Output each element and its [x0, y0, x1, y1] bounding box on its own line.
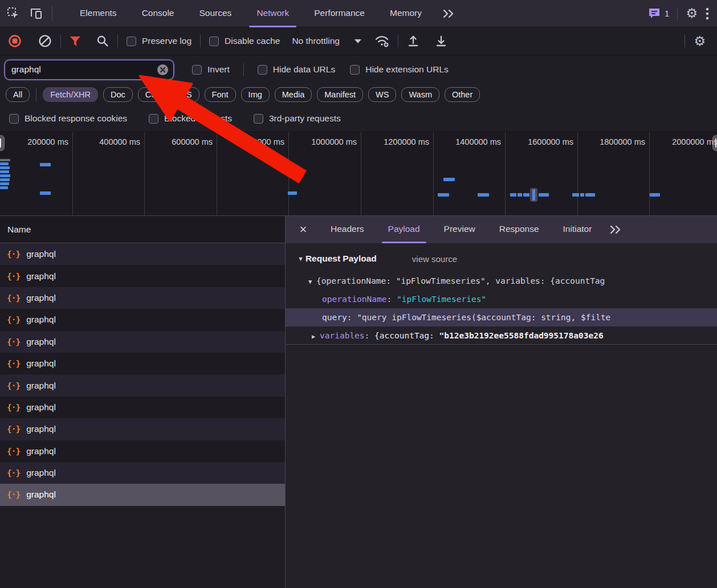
detail-tab-headers[interactable]: Headers [319, 216, 376, 243]
request-row[interactable]: {·}graphql [0, 397, 285, 418]
timeline-request-bar[interactable] [523, 193, 529, 197]
timeline-request-bar[interactable] [443, 178, 455, 181]
collapse-caret-icon[interactable]: ▼ [298, 255, 304, 262]
timeline-tick-label: 400000 ms [64, 137, 140, 146]
request-row[interactable]: {·}graphql [0, 331, 285, 353]
more-panels-chevron-icon[interactable] [442, 9, 455, 18]
third-party-requests-checkbox[interactable] [254, 114, 263, 124]
timeline-selected-request-marker[interactable] [530, 188, 537, 202]
tab-memory[interactable]: Memory [377, 0, 434, 27]
detail-tabs: HeadersPayloadPreviewResponseInitiator [319, 216, 604, 243]
device-toolbar-icon[interactable] [29, 7, 43, 20]
payload-query-row[interactable]: query: "query ipFlowTimeseries($accountT… [286, 308, 717, 326]
timeline-request-bar[interactable] [0, 162, 9, 165]
network-toolbar: Preserve log Disable cache No throttling… [0, 27, 717, 55]
filter-chip-img[interactable]: Img [241, 87, 270, 102]
timeline-request-bar[interactable] [40, 163, 51, 166]
timeline-request-bar[interactable] [0, 170, 9, 173]
hide-data-urls-checkbox[interactable] [258, 65, 267, 75]
preserve-log-checkbox[interactable] [127, 36, 136, 46]
timeline-request-bar[interactable] [0, 159, 10, 161]
detail-tab-payload[interactable]: Payload [376, 216, 432, 243]
timeline-request-bar[interactable] [0, 182, 9, 185]
expand-caret-icon[interactable]: ▶ [312, 327, 320, 345]
request-row[interactable]: {·}graphql [0, 418, 285, 440]
timeline-request-bar[interactable] [539, 193, 549, 197]
record-icon[interactable] [8, 34, 22, 48]
blocked-response-cookies-checkbox[interactable] [9, 114, 19, 124]
kebab-menu-icon[interactable] [706, 7, 709, 20]
tab-elements[interactable]: Elements [67, 0, 129, 27]
payload-variables-row[interactable]: ▶variables: {accountTag: "b12e3b2192ee55… [286, 326, 717, 345]
filter-chip-doc[interactable]: Doc [103, 87, 133, 102]
search-icon[interactable] [96, 35, 109, 47]
chat-bubble-icon[interactable] [647, 7, 661, 20]
timeline-request-bar[interactable] [438, 193, 449, 197]
filter-input-value: graphql [11, 64, 41, 75]
tab-performance[interactable]: Performance [302, 0, 377, 27]
export-har-icon[interactable] [435, 35, 447, 47]
filter-chip-manifest[interactable]: Manifest [317, 87, 363, 102]
request-row[interactable]: {·}graphql [0, 374, 285, 396]
timeline-request-bar[interactable] [40, 191, 51, 195]
filter-funnel-icon[interactable] [70, 36, 81, 47]
tab-sources[interactable]: Sources [187, 0, 245, 27]
name-column-header[interactable]: Name [0, 216, 285, 243]
timeline-request-bar[interactable] [650, 193, 660, 197]
invert-checkbox[interactable] [192, 65, 202, 75]
filter-chip-media[interactable]: Media [275, 87, 312, 102]
clear-network-log-icon[interactable] [38, 34, 52, 48]
timeline-request-bar[interactable] [518, 193, 522, 197]
timeline-request-bar[interactable] [478, 193, 489, 197]
filter-chip-wasm[interactable]: Wasm [401, 87, 439, 102]
timeline-request-bar[interactable] [580, 193, 584, 197]
timeline-request-bar[interactable] [510, 193, 516, 197]
tab-console[interactable]: Console [129, 0, 187, 27]
network-overview-timeline[interactable]: 200000 ms400000 ms600000 ms800000 ms1000… [0, 132, 717, 216]
request-row[interactable]: {·}graphql [0, 243, 285, 265]
more-detail-tabs-chevron-icon[interactable] [609, 225, 622, 234]
timeline-request-bar[interactable] [572, 193, 579, 197]
filter-chip-fetch-xhr[interactable]: Fetch/XHR [43, 87, 98, 102]
request-row[interactable]: {·}graphql [0, 265, 285, 287]
detail-tab-initiator[interactable]: Initiator [551, 216, 604, 243]
timeline-request-bar[interactable] [585, 193, 595, 197]
timeline-request-bar[interactable] [288, 191, 297, 195]
tab-network[interactable]: Network [244, 0, 302, 27]
filter-chip-font[interactable]: Font [205, 87, 236, 102]
request-row[interactable]: {·}graphql [0, 440, 285, 462]
timeline-request-bar[interactable] [0, 174, 10, 177]
request-row[interactable]: {·}graphql [0, 287, 285, 309]
filter-input[interactable]: graphql [5, 60, 174, 80]
request-row[interactable]: {·}graphql [0, 462, 285, 484]
disable-cache-checkbox[interactable] [209, 36, 219, 46]
request-row[interactable]: {·}graphql [0, 484, 285, 505]
request-row[interactable]: {·}graphql [0, 353, 285, 374]
network-settings-gear-icon[interactable]: ⚙ [694, 35, 706, 48]
filter-chip-js[interactable]: JS [175, 87, 199, 102]
filter-chip-css[interactable]: CSS [138, 87, 170, 102]
request-row[interactable]: {·}graphql [0, 309, 285, 330]
settings-gear-icon[interactable]: ⚙ [686, 7, 698, 20]
hide-extension-urls-checkbox[interactable] [350, 65, 360, 75]
filter-chip-other[interactable]: Other [445, 87, 480, 102]
import-har-icon[interactable] [407, 35, 419, 47]
throttling-select[interactable]: No throttling [292, 36, 361, 46]
timeline-request-bar[interactable] [0, 166, 10, 169]
filter-chip-all[interactable]: All [6, 87, 30, 102]
timeline-request-bar[interactable] [0, 186, 8, 189]
payload-object-preview[interactable]: ▼{operationName: "ipFlowTimeseries", var… [286, 272, 717, 290]
filter-chip-ws[interactable]: WS [368, 87, 396, 102]
payload-operation-name-row[interactable]: operationName: "ipFlowTimeseries" [286, 290, 717, 308]
expand-caret-icon[interactable]: ▼ [308, 272, 316, 290]
close-icon[interactable]: × [295, 223, 312, 236]
blocked-requests-checkbox[interactable] [149, 114, 158, 124]
timeline-request-bar[interactable] [0, 178, 10, 181]
network-conditions-icon[interactable] [374, 35, 389, 47]
inspect-element-icon[interactable] [7, 7, 20, 20]
detail-tab-response[interactable]: Response [487, 216, 551, 243]
toolbar-divider [60, 35, 61, 47]
clear-filter-icon[interactable] [157, 64, 169, 76]
view-source-link[interactable]: view source [412, 254, 457, 264]
detail-tab-preview[interactable]: Preview [432, 216, 487, 243]
